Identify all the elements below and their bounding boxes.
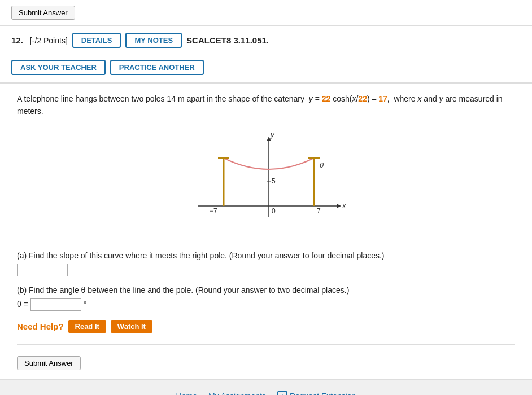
- watch-it-button[interactable]: Watch It: [111, 320, 152, 333]
- request-extension-link[interactable]: + Request Extension: [277, 391, 356, 395]
- part-a-input[interactable]: [17, 264, 68, 276]
- coeff1: 22: [322, 94, 331, 103]
- svg-text:y: y: [270, 130, 275, 139]
- my-assignments-link[interactable]: My Assignments: [208, 392, 266, 395]
- svg-text:7: 7: [317, 207, 321, 215]
- svg-marker-1: [337, 204, 341, 208]
- degree-symbol: °: [84, 300, 87, 309]
- my-notes-button[interactable]: MY NOTES: [125, 33, 182, 48]
- ask-teacher-button[interactable]: ASK YOUR TEACHER: [11, 60, 106, 75]
- need-help-label: Need Help?: [17, 322, 64, 331]
- question-number: 12.: [11, 36, 23, 45]
- home-link[interactable]: Home: [176, 392, 197, 395]
- part-b-input[interactable]: [30, 298, 81, 311]
- catenary-graph: x y 0 −7 7 5 θ: [181, 127, 351, 240]
- scalcet-label: SCALCET8 3.11.051.: [186, 36, 269, 45]
- question-header: 12. [-/2 Points] DETAILS MY NOTES SCALCE…: [0, 26, 532, 55]
- action-row: ASK YOUR TEACHER PRACTICE ANOTHER: [0, 55, 532, 83]
- question-points: [-/2 Points]: [30, 36, 68, 45]
- details-button[interactable]: DETAILS: [72, 33, 121, 48]
- request-extension-label: Request Extension: [290, 392, 356, 395]
- svg-text:0: 0: [272, 207, 276, 215]
- read-it-button[interactable]: Read It: [68, 320, 106, 333]
- inner-content: A telephone line hangs between two poles…: [0, 84, 532, 379]
- part-b-label: (b) Find the angle θ between the line an…: [17, 286, 515, 295]
- plus-icon: +: [277, 391, 287, 395]
- svg-text:−7: −7: [210, 207, 217, 215]
- practice-another-button[interactable]: PRACTICE ANOTHER: [110, 60, 204, 75]
- main-content-card: A telephone line hangs between two poles…: [0, 83, 532, 380]
- part-b-row: θ = °: [17, 298, 515, 311]
- problem-text: A telephone line hangs between two poles…: [17, 93, 515, 118]
- submit-answer-bottom-button[interactable]: Submit Answer: [17, 356, 81, 370]
- svg-text:x: x: [342, 201, 346, 210]
- part-a-label: (a) Find the slope of this curve where i…: [17, 251, 515, 260]
- need-help-row: Need Help? Read It Watch It: [17, 320, 515, 333]
- submit-answer-top-button[interactable]: Submit Answer: [11, 6, 75, 20]
- coeff3: 17: [378, 94, 387, 103]
- theta-equals-label: θ =: [17, 300, 28, 309]
- graph-container: x y 0 −7 7 5 θ: [17, 127, 515, 240]
- top-bar: Submit Answer: [0, 0, 532, 26]
- footer: Home My Assignments + Request Extension: [0, 380, 532, 395]
- coeff2: 22: [358, 94, 367, 103]
- svg-text:5: 5: [272, 177, 276, 185]
- divider: [17, 344, 515, 345]
- svg-text:θ: θ: [320, 161, 324, 169]
